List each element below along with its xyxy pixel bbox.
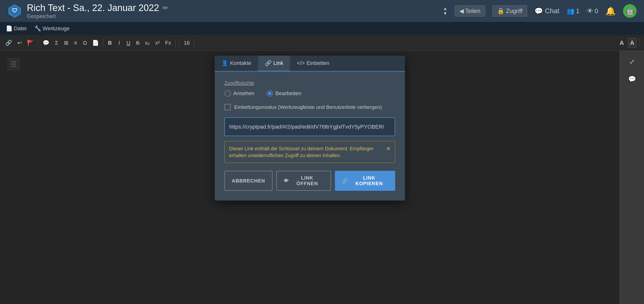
arrow-up-icon[interactable]: ▲ bbox=[443, 6, 448, 11]
doc-title-area: Rich Text - Sa., 22. Januar 2022 ✏ bbox=[27, 3, 168, 13]
users-count: 👥 1 bbox=[567, 7, 579, 15]
radio-ansehen-text: Ansehen bbox=[233, 90, 254, 96]
toolbar-sep-3 bbox=[176, 38, 176, 47]
warning-close-button[interactable]: ✕ bbox=[386, 145, 390, 153]
access-button[interactable]: 🔒 Zugriff bbox=[492, 5, 527, 16]
radio-bearbeiten-label[interactable]: Bearbeiten bbox=[267, 90, 301, 96]
toolbar-sep-2 bbox=[103, 38, 104, 47]
chat-area[interactable]: 💬 Chat bbox=[534, 7, 559, 15]
toolbar-bold[interactable]: B bbox=[106, 38, 114, 47]
radio-ansehen-circle[interactable] bbox=[224, 90, 231, 96]
toolbar-text-bg-A[interactable]: A bbox=[628, 38, 636, 48]
toolbar-italic[interactable]: I bbox=[115, 38, 123, 47]
modal-actions: ABBRECHEN 👁 LINK ÖFFNEN 🔗 LINK KOPIEREN bbox=[224, 171, 395, 191]
views-number: 0 bbox=[595, 7, 598, 15]
radio-bearbeiten-circle[interactable] bbox=[267, 90, 273, 96]
checkbox-group: Einbettungsmodus (Werkzeugleiste und Ben… bbox=[224, 104, 395, 110]
edit-pencil-icon[interactable]: ✏ bbox=[163, 4, 168, 12]
warning-text: Dieser Link enthält die Schlüssel zu dei… bbox=[229, 145, 384, 159]
radio-ansehen-label[interactable]: Ansehen bbox=[224, 90, 254, 96]
einbettungsmodus-label: Einbettungsmodus (Werkzeugleiste und Ben… bbox=[234, 104, 382, 110]
einbetten-icon: </> bbox=[297, 60, 305, 66]
modal-body: Zugriffsrechte Ansehen Bearbeiten bbox=[215, 72, 405, 200]
copy-link-button[interactable]: 🔗 LINK KOPIEREN bbox=[335, 171, 395, 191]
toolbar-sigma-icon[interactable]: Σ bbox=[53, 38, 60, 47]
scroll-arrows[interactable]: ▲ ▼ bbox=[443, 6, 448, 16]
toolbar-bubble-icon[interactable]: 💬 bbox=[41, 38, 51, 47]
toolbar-right-icons: A A bbox=[618, 38, 640, 48]
toolbar-sep-1 bbox=[38, 38, 38, 47]
link-input-box[interactable]: https://cryptpad.fr/pad/#/2/pad/edit/dV7… bbox=[224, 117, 395, 136]
chat-label: Chat bbox=[545, 7, 559, 15]
open-link-button[interactable]: 👁 LINK ÖFFNEN bbox=[276, 171, 331, 191]
main-area: ☰ 👤 Kontakte 🔗 Link </> Einbetten bbox=[0, 51, 644, 304]
toolbar-link-icon[interactable]: 🔗 bbox=[4, 38, 14, 47]
top-bar: 🛡 Rich Text - Sa., 22. Januar 2022 ✏ Ges… bbox=[0, 0, 644, 22]
kontakte-icon: 👤 bbox=[222, 60, 228, 66]
views-count: 👁 0 bbox=[587, 7, 598, 15]
toolbar-undo-icon[interactable]: ↩ bbox=[15, 38, 24, 47]
tab-einbetten-label: Einbetten bbox=[307, 60, 329, 66]
share-modal: 👤 Kontakte 🔗 Link </> Einbetten Zugriffs… bbox=[215, 56, 405, 200]
doc-title-text: Rich Text - Sa., 22. Januar 2022 bbox=[27, 3, 159, 13]
toolbar-sep-4 bbox=[194, 38, 194, 47]
link-tab-icon: 🔗 bbox=[265, 60, 272, 66]
cancel-button[interactable]: ABBRECHEN bbox=[224, 171, 272, 191]
toolbar-text-color-A[interactable]: A bbox=[618, 38, 626, 48]
menu-tools[interactable]: 🔧 Werkzeuge bbox=[31, 24, 73, 33]
sidebar-right: ⤢ 💬 bbox=[620, 51, 644, 304]
copy-link-label: LINK KOPIEREN bbox=[350, 175, 388, 186]
app-logo: 🛡 bbox=[7, 4, 22, 18]
modal-overlay: 👤 Kontakte 🔗 Link </> Einbetten Zugriffs… bbox=[0, 51, 620, 304]
tab-kontakte-label: Kontakte bbox=[230, 60, 251, 66]
toolbar-fx[interactable]: Fx bbox=[163, 38, 173, 47]
toolbar-table-icon[interactable]: ⊞ bbox=[62, 38, 70, 47]
toolbar-strike[interactable]: S bbox=[134, 38, 142, 47]
share-button[interactable]: ◀ Teilen bbox=[455, 5, 485, 16]
tab-einbetten[interactable]: </> Einbetten bbox=[290, 56, 336, 72]
warning-box: Dieser Link enthält die Schlüssel zu dei… bbox=[224, 141, 395, 163]
zugriffsrechte-label: Zugriffsrechte bbox=[224, 80, 395, 86]
tab-link[interactable]: 🔗 Link bbox=[258, 56, 290, 72]
toolbar-sep-size bbox=[179, 38, 179, 47]
title-block: Rich Text - Sa., 22. Januar 2022 ✏ Gespe… bbox=[27, 3, 168, 20]
font-size-display[interactable]: 16 bbox=[182, 39, 192, 47]
toolbar-list-icon[interactable]: ≡ bbox=[72, 38, 80, 47]
einbettungsmodus-checkbox[interactable] bbox=[224, 104, 231, 110]
notification-bell-icon[interactable]: 🔔 bbox=[606, 6, 616, 16]
toolbar: 🔗 ↩ 🚩 💬 Σ ⊞ ≡ Ω 📄 B I U S x₂ x² Fx 16 A … bbox=[0, 35, 644, 51]
toolbar-flag-icon[interactable]: 🚩 bbox=[25, 38, 36, 47]
arrow-down-icon[interactable]: ▼ bbox=[443, 11, 448, 16]
toolbar-doc-icon[interactable]: 📄 bbox=[90, 38, 101, 47]
user-avatar[interactable]: 🤖 bbox=[623, 4, 637, 18]
copy-icon: 🔗 bbox=[342, 178, 348, 184]
tab-link-label: Link bbox=[274, 60, 283, 66]
toolbar-superscript[interactable]: x² bbox=[153, 38, 162, 47]
radio-group: Ansehen Bearbeiten bbox=[224, 90, 395, 96]
toolbar-subscript[interactable]: x₂ bbox=[143, 38, 152, 47]
eye-open-icon: 👁 bbox=[284, 178, 289, 184]
editor-area[interactable]: ☰ 👤 Kontakte 🔗 Link </> Einbetten bbox=[0, 51, 620, 304]
modal-tabs: 👤 Kontakte 🔗 Link </> Einbetten bbox=[215, 56, 405, 72]
top-bar-right: ▲ ▼ ◀ Teilen 🔒 Zugriff 💬 Chat 👥 1 👁 0 🔔 … bbox=[443, 4, 637, 18]
eye-icon: 👁 bbox=[587, 7, 593, 15]
toolbar-underline[interactable]: U bbox=[124, 38, 132, 47]
svg-text:🛡: 🛡 bbox=[12, 8, 17, 14]
users-number: 1 bbox=[576, 7, 579, 15]
radio-bearbeiten-text: Bearbeiten bbox=[276, 90, 301, 96]
tab-kontakte[interactable]: 👤 Kontakte bbox=[215, 56, 258, 72]
doc-status: Gespeichert bbox=[27, 13, 168, 20]
menu-bar: 📄 Datei 🔧 Werkzeuge bbox=[0, 22, 644, 35]
toolbar-sep-5 bbox=[639, 38, 640, 47]
chat-icon: 💬 bbox=[534, 7, 543, 15]
users-icon: 👥 bbox=[567, 7, 574, 15]
comment-sidebar-icon[interactable]: 💬 bbox=[626, 73, 638, 86]
open-link-label: LINK ÖFFNEN bbox=[291, 175, 324, 186]
toolbar-omega-icon[interactable]: Ω bbox=[81, 38, 89, 47]
menu-file[interactable]: 📄 Datei bbox=[2, 24, 30, 33]
expand-icon[interactable]: ⤢ bbox=[627, 56, 637, 68]
